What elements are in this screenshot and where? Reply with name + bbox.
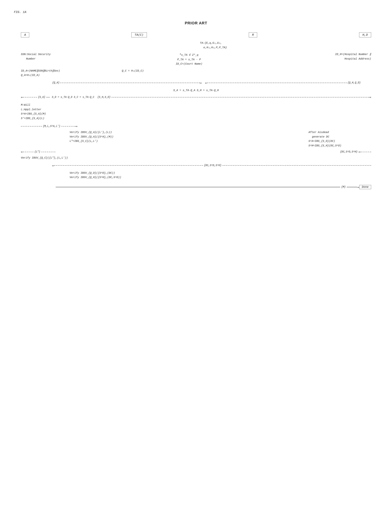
arrow-row-4: ⇐ {L"} {DC,S^D,S^H} ⇐ bbox=[21, 150, 371, 154]
ida-row: ID_A=(NAME‖SSN‖Birth‖Sex) Q_A=H₁(ID_A) Q… bbox=[21, 69, 371, 78]
arrow-row-2: ⇐ {S_A} S_D = s_TA·Q_D S_C = s_TA·Q_C {S… bbox=[21, 95, 371, 99]
actor-TA: TA(C) bbox=[131, 32, 147, 37]
m-l-block: M:Will L:Appl.letter S^A=IBS_{S_A}(M) S'… bbox=[21, 103, 371, 121]
ta-setup-block: TA:{E,q,G₁,G₂, e,H₁,H₂,P,P_TA} bbox=[56, 41, 371, 50]
prior-art-title: PRIOR ART bbox=[14, 21, 378, 25]
verify-block-2: Verify IBSV_{Q_D}({S^D},(DC)) Verify IBS… bbox=[21, 171, 371, 180]
ssn-row: SSN:Social Security Number ss_TA ∈ Z*_q … bbox=[21, 52, 371, 66]
actor-A: A bbox=[21, 32, 29, 37]
actors-row: A TA(C) R H,D bbox=[14, 32, 378, 37]
arrow-row-final: {M} ⇒ Done bbox=[21, 185, 371, 189]
fig-label: FIG. 1A bbox=[14, 10, 26, 14]
arrow-row-1: {Q_A} ⇒ ⇐ {Q_H,Q_D} bbox=[21, 81, 371, 85]
done-box: Done bbox=[359, 185, 371, 189]
s-calc-block: S_A = s_TA·Q_A S_H = s_TA·Q_H bbox=[21, 88, 371, 93]
arrow-row-5: ⇐ {DC,S^D,S^H} bbox=[21, 163, 371, 168]
actor-R: R bbox=[249, 32, 257, 37]
verify-qc: Verify IBSV_{Q_C}({L"},(L,L')) bbox=[21, 156, 371, 160]
actor-HD: H,D bbox=[359, 32, 371, 37]
verify-block-1: Verify IBSV_{Q_A}({L'},(L)) Verify IBSV_… bbox=[21, 130, 371, 148]
arrow-row-3: {M,L,S^A,L'} ⇒ bbox=[21, 124, 371, 128]
